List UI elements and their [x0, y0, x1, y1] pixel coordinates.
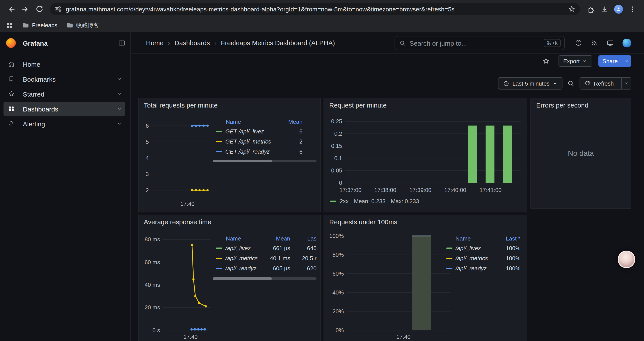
legend-inline[interactable]: 2xx Mean: 0.233 Max: 0.233: [330, 198, 419, 204]
breadcrumb-dashboards[interactable]: Dashboards: [174, 39, 210, 47]
series-dash: [216, 141, 222, 142]
back-icon[interactable]: [4, 2, 18, 16]
refresh-button: Refresh: [580, 77, 631, 90]
request-per-minute-chart[interactable]: 00.050.10.150.20.2517:37:0017:38:0017:39…: [324, 98, 527, 212]
chevron-down-icon[interactable]: [116, 106, 122, 112]
monitor-icon[interactable]: [606, 39, 614, 47]
panel-title[interactable]: Total requests per minute: [144, 101, 218, 109]
series-name: GET /api/_livez: [225, 128, 276, 135]
url-text[interactable]: grafana.mathmast.com/d/deytv4rwavabkb/fr…: [66, 6, 568, 13]
bookmark-item[interactable]: Freeleaps: [22, 22, 58, 29]
svg-text:0%: 0%: [336, 327, 344, 333]
omnibox[interactable]: grafana.mathmast.com/d/deytv4rwavabkb/fr…: [50, 3, 580, 15]
sidebar-item-alerting[interactable]: Alerting: [4, 117, 125, 131]
sidebar-item-starred[interactable]: Starred: [4, 87, 125, 101]
breadcrumb-separator: ›: [168, 39, 170, 47]
breadcrumb: Home › Dashboards › Freeleaps Metrics Da…: [146, 39, 335, 47]
search-icon: [400, 40, 406, 46]
dashboard-actions: Export Share: [542, 55, 631, 67]
series-name: /api/_livez: [225, 245, 263, 251]
legend-row[interactable]: /api/_metrics 100%: [446, 253, 520, 263]
share-main-button[interactable]: Share: [599, 55, 622, 67]
legend-row[interactable]: /api/_readyz 605 µs 620: [212, 263, 316, 273]
legend-scrollbar[interactable]: [212, 160, 316, 162]
legend-header-name[interactable]: Name: [226, 118, 276, 125]
grafana-brand[interactable]: Grafana: [0, 33, 130, 54]
legend-table: Name Mean GET /api/_livez 6 GET /api/_me…: [212, 117, 316, 157]
floating-widget-avatar[interactable]: [618, 251, 635, 268]
download-icon[interactable]: [598, 2, 612, 16]
legend-header-mean[interactable]: Mean: [263, 235, 290, 242]
breadcrumb-home[interactable]: Home: [146, 39, 164, 47]
bookmark-star-icon[interactable]: [568, 5, 576, 13]
sidebar-item-home[interactable]: Home: [4, 57, 125, 71]
sidebar-collapse-icon[interactable]: [118, 39, 126, 47]
reload-icon[interactable]: [32, 2, 46, 16]
time-range-picker[interactable]: Last 5 minutes: [498, 77, 563, 90]
apps-grid-icon[interactable]: [6, 22, 13, 29]
legend-header-name[interactable]: Name: [226, 235, 263, 242]
favorite-star-icon[interactable]: [542, 57, 550, 65]
search-box[interactable]: ⌘+k: [394, 36, 565, 50]
forward-icon[interactable]: [18, 2, 32, 16]
user-avatar[interactable]: [622, 38, 631, 47]
panel-errors-per-second: Errors per second No data: [530, 98, 631, 209]
panel-title[interactable]: Average response time: [144, 218, 211, 226]
panel-request-per-minute: Request per minute 00.050.10.150.20.2517…: [324, 98, 528, 212]
browser-menu-icon[interactable]: [626, 2, 640, 16]
legend-row[interactable]: GET /api/_readyz 6: [212, 147, 302, 157]
panel-title[interactable]: Request per minute: [329, 101, 387, 109]
dashboards-grid-icon: [8, 105, 15, 112]
sidebar-item-label: Bookmarks: [23, 75, 56, 83]
refresh-label: Refresh: [594, 80, 614, 87]
series-mean: 6: [276, 148, 302, 155]
legend-header-mean[interactable]: Mean: [276, 118, 302, 125]
svg-text:60 ms: 60 ms: [145, 259, 160, 265]
series-mean: 6: [276, 128, 302, 135]
sidebar-item-bookmarks[interactable]: Bookmarks: [4, 72, 125, 86]
refresh-interval-dropdown[interactable]: [621, 78, 631, 89]
legend-header-last[interactable]: Las: [290, 235, 316, 242]
help-icon[interactable]: ?: [575, 39, 582, 47]
bookmark-item[interactable]: 收藏博客: [66, 21, 99, 29]
panel-title[interactable]: Requests under 100ms: [329, 218, 397, 226]
legend-row[interactable]: /api/_livez 661 µs 646: [212, 243, 316, 253]
export-button[interactable]: Export: [558, 55, 592, 67]
screen: grafana.mathmast.com/d/deytv4rwavabkb/fr…: [0, 0, 644, 341]
series-name: /api/_livez: [456, 245, 498, 251]
chevron-down-icon[interactable]: [116, 121, 122, 127]
news-rss-icon[interactable]: [590, 39, 598, 47]
chevron-down-icon[interactable]: [116, 76, 122, 82]
legend-header-last[interactable]: Last *: [498, 235, 520, 242]
series-last: 620: [290, 265, 316, 272]
grafana-main: Home › Dashboards › Freeleaps Metrics Da…: [131, 33, 644, 341]
site-settings-icon[interactable]: [54, 5, 62, 13]
svg-text:0.1: 0.1: [334, 155, 342, 161]
sidebar-item-label: Alerting: [23, 120, 45, 128]
legend-header-name[interactable]: Name: [456, 235, 498, 242]
folder-icon: [22, 22, 29, 29]
legend-row[interactable]: /api/_livez 100%: [446, 243, 520, 253]
sidebar-item-dashboards[interactable]: Dashboards: [4, 102, 125, 116]
share-dropdown-button[interactable]: [622, 55, 631, 67]
refresh-main-button[interactable]: Refresh: [580, 78, 618, 89]
svg-text:17:40:00: 17:40:00: [444, 187, 466, 193]
sidebar-nav: Home Bookmarks Starred Dashboards: [0, 54, 130, 131]
svg-text:20 ms: 20 ms: [145, 304, 160, 310]
zoom-out-icon[interactable]: [568, 80, 575, 87]
chevron-down-icon[interactable]: [116, 91, 122, 97]
legend-row[interactable]: GET /api/_livez 6: [212, 126, 302, 137]
svg-text:0: 0: [339, 180, 342, 186]
series-name: GET /api/_metrics: [225, 138, 276, 145]
series-mean: 605 µs: [263, 265, 290, 272]
legend-row[interactable]: GET /api/_metrics 2: [212, 137, 302, 147]
legend-row[interactable]: /api/_readyz 100%: [446, 263, 520, 273]
series-last: 100%: [498, 245, 520, 251]
panel-title[interactable]: Errors per second: [536, 101, 588, 109]
legend-row[interactable]: /api/_metrics 40.1 ms 20.5 r: [212, 253, 316, 263]
legend-scrollbar[interactable]: [212, 277, 316, 280]
profile-avatar[interactable]: [612, 2, 626, 16]
extensions-icon[interactable]: [584, 2, 598, 16]
chevron-down-icon: [624, 58, 629, 64]
search-input[interactable]: [410, 39, 540, 47]
